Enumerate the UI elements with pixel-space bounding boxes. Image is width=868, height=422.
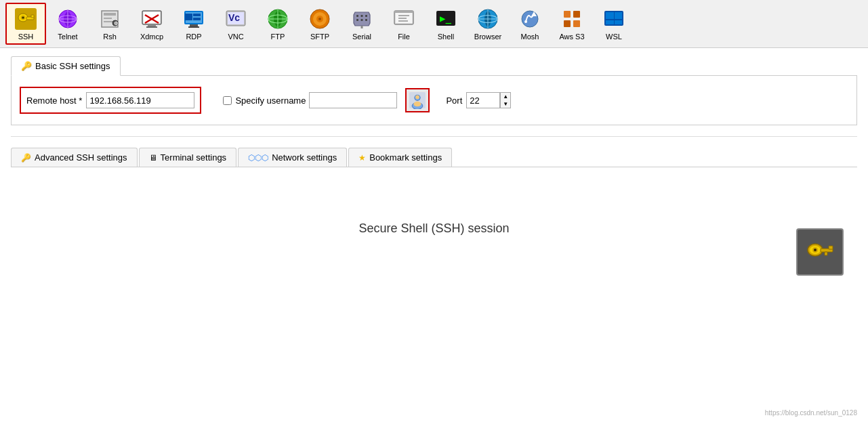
toolbar-label-telnet: Telnet [58, 33, 77, 41]
user-icon-button[interactable] [405, 88, 430, 112]
svg-point-76 [416, 96, 420, 100]
watermark: https://blog.csdn.net/sun_0128 [765, 409, 857, 417]
port-spin-buttons: ▲ ▼ [500, 92, 511, 108]
remote-host-group: Remote host * [20, 87, 201, 114]
port-spin-up[interactable]: ▲ [501, 93, 510, 100]
svg-rect-69 [606, 20, 614, 24]
toolbar-item-rdp[interactable]: RDP [173, 3, 214, 45]
svg-rect-62 [564, 11, 571, 18]
svg-rect-50 [398, 18, 407, 19]
toolbar-label-mosh: Mosh [521, 33, 539, 41]
toolbar-item-shell[interactable]: ▶_ Shell [426, 3, 466, 45]
svg-rect-51 [398, 20, 408, 22]
svg-rect-84 [825, 252, 827, 255]
network-icon: ⬡⬡⬡ [248, 153, 268, 163]
svg-rect-41 [361, 15, 363, 17]
svg-rect-20 [148, 24, 156, 26]
tab-basic-ssh[interactable]: 🔑 Basic SSH settings [11, 56, 121, 76]
svg-rect-64 [564, 20, 571, 27]
remote-host-input[interactable] [86, 92, 194, 108]
ssh-icon [14, 7, 38, 31]
username-group: Specify username [223, 92, 397, 108]
browser-icon [476, 7, 500, 31]
toolbar-item-serial[interactable]: Serial [342, 3, 382, 45]
tab-bookmark[interactable]: ★ Bookmark settings [348, 148, 452, 167]
svg-rect-68 [615, 12, 622, 19]
remote-host-label: Remote host * [26, 96, 82, 106]
svg-rect-13 [104, 21, 113, 22]
toolbar-item-xdmcp[interactable]: Xdmcp [131, 3, 172, 45]
basic-ssh-form: Remote host * Specify username [11, 76, 857, 125]
svg-rect-70 [615, 20, 622, 24]
toolbar-item-ssh[interactable]: SSH [5, 3, 46, 45]
svg-text:⚙: ⚙ [114, 21, 118, 26]
toolbar-item-browser[interactable]: Browser [468, 3, 508, 45]
center-area: Secure Shell (SSH) session [11, 167, 857, 289]
toolbar-label-rdp: RDP [186, 33, 201, 41]
svg-point-60 [524, 20, 527, 23]
toolbar-label-file: File [398, 33, 410, 41]
main-content: 🔑 Basic SSH settings Remote host * Speci… [0, 48, 868, 297]
toolbar-label-rsh: Rsh [103, 33, 117, 41]
port-spin-down[interactable]: ▼ [501, 100, 510, 108]
bookmark-icon: ★ [358, 153, 366, 163]
svg-rect-45 [365, 19, 367, 21]
toolbar-label-shell: Shell [438, 33, 454, 41]
svg-rect-26 [193, 18, 201, 20]
basic-ssh-tab-icon: 🔑 [21, 61, 32, 71]
toolbar-label-ssh: SSH [18, 33, 34, 41]
svg-rect-40 [356, 15, 358, 17]
toolbar-item-mosh[interactable]: Mosh [510, 3, 550, 45]
form-row-main: Remote host * Specify username [20, 87, 848, 114]
tab-advanced-ssh[interactable]: 🔑 Advanced SSH settings [11, 148, 138, 167]
svg-rect-63 [573, 11, 580, 18]
port-spinner: ▲ ▼ [466, 92, 511, 108]
file-icon [392, 7, 416, 31]
toolbar-item-vnc[interactable]: Vc VNC [215, 3, 256, 45]
sftp-icon [308, 7, 332, 31]
toolbar-item-file[interactable]: File [384, 3, 424, 45]
user-avatar-icon [409, 91, 426, 109]
specify-username-label: Specify username [235, 96, 306, 106]
wsl-icon [602, 7, 626, 31]
toolbar-item-rsh[interactable]: ⚙ Rsh [89, 3, 130, 45]
toolbar-label-xdmcp: Xdmcp [140, 33, 163, 41]
toolbar-item-telnet[interactable]: Telnet [47, 3, 88, 45]
tab-terminal[interactable]: 🖥 Terminal settings [139, 148, 237, 167]
vnc-icon: Vc [224, 7, 248, 31]
toolbar-item-wsl[interactable]: WSL [594, 3, 634, 45]
svg-rect-65 [573, 20, 580, 27]
svg-point-59 [522, 11, 538, 27]
rsh-icon: ⚙ [98, 7, 122, 31]
xdmcp-icon [140, 7, 164, 31]
toolbar-item-ftp[interactable]: FTP [257, 3, 298, 45]
toolbar-label-awss3: Aws S3 [559, 33, 584, 41]
specify-username-checkbox[interactable] [223, 96, 232, 105]
advanced-ssh-label: Advanced SSH settings [35, 152, 127, 163]
toolbar-item-awss3[interactable]: Aws S3 [552, 3, 592, 45]
svg-rect-42 [365, 15, 367, 17]
toolbar-item-sftp[interactable]: SFTP [299, 3, 340, 45]
svg-point-5 [22, 17, 24, 19]
terminal-label: Terminal settings [161, 152, 227, 163]
toolbar-label-ftp: FTP [271, 33, 285, 41]
ssh-corner-icon [796, 228, 844, 276]
basic-ssh-tab-label: Basic SSH settings [35, 61, 110, 71]
username-input[interactable] [309, 92, 397, 108]
svg-rect-27 [190, 24, 198, 26]
port-input[interactable] [466, 92, 500, 108]
port-label: Port [446, 96, 462, 106]
tab-network[interactable]: ⬡⬡⬡ Network settings [238, 148, 347, 167]
advanced-ssh-icon: 🔑 [21, 153, 31, 163]
toolbar-label-wsl: WSL [606, 33, 622, 41]
toolbar-label-browser: Browser [474, 33, 501, 41]
ssh-key-icon [803, 235, 837, 269]
awss3-icon [560, 7, 584, 31]
telnet-icon [56, 7, 80, 31]
svg-rect-43 [356, 19, 358, 21]
svg-rect-3 [31, 15, 34, 18]
port-group: Port ▲ ▼ [446, 92, 511, 108]
svg-rect-12 [104, 18, 112, 19]
bottom-tab-bar: 🔑 Advanced SSH settings 🖥 Terminal setti… [11, 148, 857, 167]
svg-rect-28 [188, 26, 199, 28]
